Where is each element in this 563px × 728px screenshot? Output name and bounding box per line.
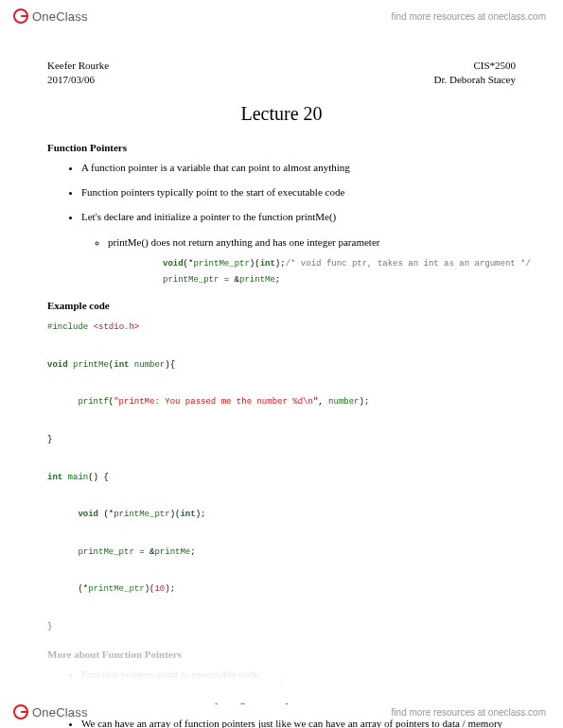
code-snippet-example: #include <stdio.h> void printMe(int numb…	[47, 319, 516, 637]
code-snippet-decl: void(*printMe_ptr)(int);/* void func ptr…	[163, 256, 516, 288]
sub-bullet-text: printMe() does not return anything and h…	[108, 236, 379, 248]
brand-text: OneClass	[32, 705, 88, 719]
logo-icon	[13, 9, 28, 24]
list-item: Function pointers point to executable co…	[81, 667, 516, 681]
list-item: printMe() does not return anything and h…	[108, 235, 516, 288]
list-item: Function pointers typically point to the…	[81, 185, 516, 199]
bullet-list-1: A function pointer is a variable that ca…	[81, 161, 516, 288]
doc-date: 2017/03/06	[47, 73, 95, 87]
list-item-text: Let's declare and initialize a pointer t…	[81, 211, 336, 222]
resources-link-bottom[interactable]: find more resources at oneclass.com	[392, 707, 546, 718]
page-content: Keefer Rourke CIS*2500 2017/03/06 Dr. De…	[0, 30, 563, 698]
brand-logo: OneClass	[13, 704, 88, 719]
author-name: Keefer Rourke	[47, 59, 109, 73]
logo-icon	[13, 704, 28, 719]
resources-link-top[interactable]: find more resources at oneclass.com	[392, 11, 546, 22]
list-item: Let's declare and initialize a pointer t…	[81, 210, 516, 288]
page-title: Lecture 20	[47, 103, 516, 125]
course-code: CIS*2500	[473, 59, 516, 73]
list-item: A function pointer is a variable that ca…	[81, 161, 516, 174]
instructor-name: Dr. Deborah Stacey	[434, 73, 516, 87]
section-heading-fp: Function Pointers	[47, 142, 516, 153]
page-number: 1	[279, 676, 284, 686]
meta-row-2: 2017/03/06 Dr. Deborah Stacey	[47, 73, 516, 87]
sub-bullet-list: printMe() does not return anything and h…	[108, 235, 516, 288]
meta-row-1: Keefer Rourke CIS*2500	[47, 59, 516, 73]
section-heading-more: More about Function Pointers	[47, 649, 516, 660]
section-heading-example: Example code	[47, 300, 516, 311]
watermark-top: OneClass find more resources at oneclass…	[0, 4, 563, 28]
brand-text: OneClass	[32, 9, 88, 24]
brand-logo: OneClass	[13, 9, 88, 24]
watermark-bottom: OneClass find more resources at oneclass…	[0, 700, 563, 724]
